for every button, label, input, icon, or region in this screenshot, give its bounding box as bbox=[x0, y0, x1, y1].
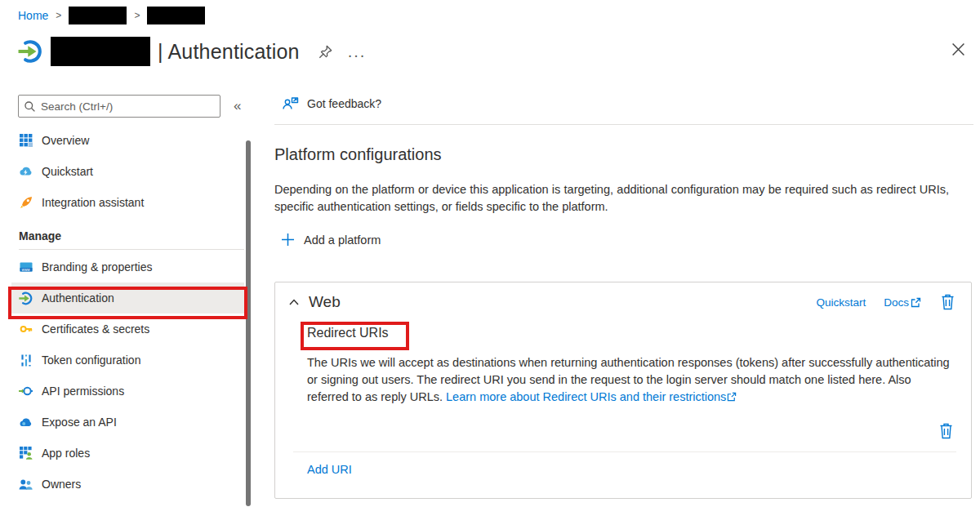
app-registration-icon bbox=[18, 39, 42, 64]
redirect-uris-heading: Redirect URIs bbox=[307, 326, 389, 340]
sidebar-item-label: Token configuration bbox=[42, 354, 140, 367]
sidebar-item-label: App roles bbox=[42, 447, 90, 460]
page-title: | Authentication bbox=[158, 40, 300, 64]
sidebar: Overview Quickstart Integration assistan… bbox=[11, 125, 244, 500]
feedback-icon bbox=[283, 96, 299, 111]
sidebar-item-label: Authentication bbox=[42, 291, 114, 305]
breadcrumb-separator: > bbox=[56, 10, 61, 21]
sidebar-item-label: Quickstart bbox=[42, 165, 93, 178]
quickstart-cloud-icon bbox=[19, 165, 33, 179]
platform-configurations-heading: Platform configurations bbox=[274, 145, 442, 164]
sidebar-item-label: API permissions bbox=[42, 385, 124, 398]
sidebar-item-token-configuration[interactable]: Token configuration bbox=[11, 345, 244, 376]
sidebar-item-label: Expose an API bbox=[42, 416, 117, 429]
rocket-icon bbox=[19, 196, 33, 210]
svg-text:www: www bbox=[21, 268, 30, 272]
sliders-icon bbox=[19, 354, 33, 367]
sidebar-section-manage: Manage bbox=[11, 218, 244, 249]
platform-configurations-description: Depending on the platform or device this… bbox=[274, 181, 949, 216]
docs-link[interactable]: Docs bbox=[884, 296, 921, 309]
plus-icon bbox=[281, 233, 295, 247]
sidebar-item-label: Integration assistant bbox=[42, 196, 144, 209]
app-name-redacted bbox=[51, 37, 150, 66]
web-card-title: Web bbox=[309, 293, 341, 311]
search-input[interactable] bbox=[41, 100, 215, 113]
redirect-uris-description: The URIs we will accept as destinations … bbox=[307, 354, 954, 406]
got-feedback-button[interactable]: Got feedback? bbox=[283, 96, 381, 111]
page-header: | Authentication ... bbox=[18, 34, 964, 69]
breadcrumb-home-link[interactable]: Home bbox=[18, 9, 48, 22]
sidebar-item-api-permissions[interactable]: API permissions bbox=[11, 376, 244, 407]
breadcrumb-redacted-item[interactable] bbox=[69, 7, 127, 24]
sidebar-item-label: Owners bbox=[42, 478, 81, 491]
sidebar-item-label: Certificates & secrets bbox=[42, 322, 149, 336]
add-platform-label: Add a platform bbox=[304, 233, 381, 247]
sidebar-item-authentication[interactable]: Authentication bbox=[11, 282, 244, 314]
external-link-icon bbox=[911, 297, 921, 308]
sidebar-item-quickstart[interactable]: Quickstart bbox=[11, 156, 244, 187]
sidebar-item-owners[interactable]: Owners bbox=[11, 469, 244, 500]
delete-uri-icon[interactable] bbox=[939, 423, 953, 439]
branding-browser-icon: www bbox=[19, 260, 33, 274]
add-uri-link[interactable]: Add URI bbox=[307, 463, 352, 476]
owners-people-icon bbox=[19, 478, 33, 491]
sidebar-scrollbar[interactable] bbox=[246, 140, 251, 506]
sidebar-item-branding-properties[interactable]: www Branding & properties bbox=[11, 251, 244, 282]
breadcrumb: Home > > bbox=[18, 6, 205, 25]
search-icon bbox=[24, 100, 36, 113]
api-permissions-icon bbox=[19, 385, 33, 398]
sidebar-item-certificates-secrets[interactable]: Certificates & secrets bbox=[11, 314, 244, 345]
pin-icon[interactable] bbox=[318, 44, 333, 60]
chevron-up-icon[interactable] bbox=[288, 298, 300, 306]
authentication-icon bbox=[19, 291, 33, 305]
search-box[interactable] bbox=[18, 95, 220, 118]
overview-grid-icon bbox=[19, 134, 33, 148]
quickstart-link[interactable]: Quickstart bbox=[816, 296, 866, 309]
sidebar-item-expose-an-api[interactable]: Expose an API bbox=[11, 407, 244, 438]
toolbar-divider bbox=[274, 124, 973, 125]
learn-more-link[interactable]: Learn more about Redirect URIs and their… bbox=[446, 390, 726, 403]
uri-row-divider bbox=[293, 451, 956, 452]
app-roles-icon bbox=[19, 447, 33, 460]
web-platform-card: Web Quickstart Docs bbox=[274, 282, 972, 499]
close-icon[interactable] bbox=[951, 42, 965, 60]
external-link-icon bbox=[727, 392, 737, 402]
key-icon bbox=[19, 322, 33, 336]
sidebar-item-integration-assistant[interactable]: Integration assistant bbox=[11, 187, 244, 218]
web-card-header: Web Quickstart Docs bbox=[275, 282, 971, 311]
sidebar-item-label: Branding & properties bbox=[42, 260, 152, 274]
breadcrumb-redacted-item[interactable] bbox=[147, 7, 205, 24]
cloud-api-icon bbox=[19, 416, 33, 429]
more-options-icon[interactable]: ... bbox=[348, 47, 367, 56]
collapse-sidebar-icon[interactable]: « bbox=[234, 98, 241, 114]
sidebar-item-app-roles[interactable]: App roles bbox=[11, 438, 244, 469]
breadcrumb-separator: > bbox=[134, 10, 140, 21]
delete-platform-icon[interactable] bbox=[941, 294, 955, 310]
sidebar-item-overview[interactable]: Overview bbox=[11, 125, 244, 156]
section-divider bbox=[19, 249, 244, 250]
docs-link-label: Docs bbox=[884, 296, 909, 309]
sidebar-search-row: « bbox=[18, 95, 250, 118]
sidebar-item-label: Overview bbox=[42, 134, 89, 147]
got-feedback-label: Got feedback? bbox=[307, 97, 381, 110]
add-platform-button[interactable]: Add a platform bbox=[281, 233, 381, 247]
